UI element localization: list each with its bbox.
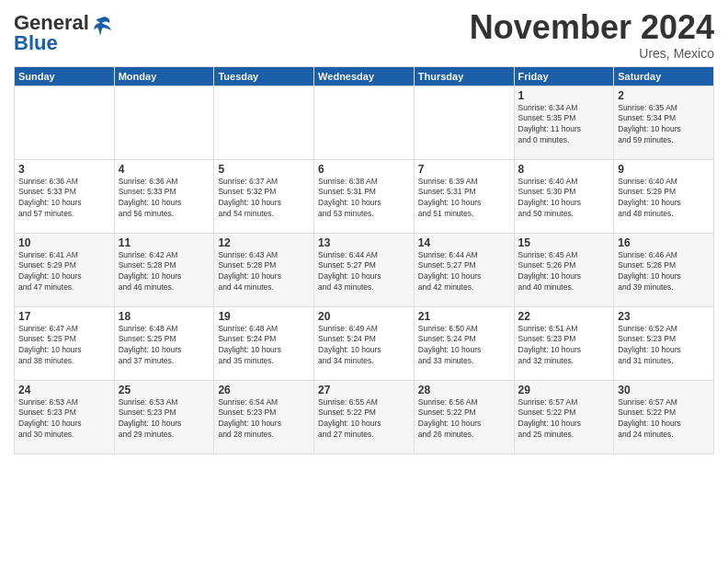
day-info: Sunrise: 6:54 AM Sunset: 5:23 PM Dayligh…: [218, 397, 310, 442]
day-number: 10: [18, 236, 110, 249]
day-info: Sunrise: 6:55 AM Sunset: 5:22 PM Dayligh…: [318, 397, 410, 442]
day-info: Sunrise: 6:34 AM Sunset: 5:35 PM Dayligh…: [518, 103, 610, 147]
day-info: Sunrise: 6:52 AM Sunset: 5:23 PM Dayligh…: [618, 324, 710, 368]
day-info: Sunrise: 6:57 AM Sunset: 5:22 PM Dayligh…: [518, 397, 610, 442]
header-row: Sunday Monday Tuesday Wednesday Thursday…: [15, 66, 714, 86]
logo-blue: Blue: [14, 31, 58, 54]
day-info: Sunrise: 6:48 AM Sunset: 5:25 PM Dayligh…: [119, 324, 210, 368]
calendar-week-4: 17Sunrise: 6:47 AM Sunset: 5:25 PM Dayli…: [15, 306, 714, 380]
calendar-cell: 24Sunrise: 6:53 AM Sunset: 5:23 PM Dayli…: [15, 380, 115, 454]
day-number: 23: [618, 310, 710, 323]
day-info: Sunrise: 6:37 AM Sunset: 5:32 PM Dayligh…: [218, 177, 310, 221]
calendar-cell: 1Sunrise: 6:34 AM Sunset: 5:35 PM Daylig…: [514, 86, 614, 159]
day-info: Sunrise: 6:56 AM Sunset: 5:22 PM Dayligh…: [418, 397, 510, 442]
logo-bird-icon: [91, 16, 113, 41]
calendar-week-5: 24Sunrise: 6:53 AM Sunset: 5:23 PM Dayli…: [15, 380, 714, 454]
day-number: 8: [518, 163, 610, 176]
calendar-cell: 6Sunrise: 6:38 AM Sunset: 5:31 PM Daylig…: [314, 159, 415, 233]
day-number: 13: [318, 236, 410, 249]
day-info: Sunrise: 6:40 AM Sunset: 5:29 PM Dayligh…: [618, 177, 710, 221]
day-info: Sunrise: 6:47 AM Sunset: 5:25 PM Dayligh…: [18, 324, 110, 368]
calendar-cell: 17Sunrise: 6:47 AM Sunset: 5:25 PM Dayli…: [15, 306, 115, 380]
day-info: Sunrise: 6:46 AM Sunset: 5:26 PM Dayligh…: [618, 250, 710, 294]
day-number: 11: [119, 236, 210, 249]
day-number: 6: [318, 163, 410, 176]
logo: General Blue: [14, 13, 113, 53]
day-info: Sunrise: 6:48 AM Sunset: 5:24 PM Dayligh…: [218, 324, 310, 368]
day-number: 14: [418, 236, 510, 249]
calendar-cell: 4Sunrise: 6:36 AM Sunset: 5:33 PM Daylig…: [114, 159, 214, 233]
calendar-cell: 29Sunrise: 6:57 AM Sunset: 5:22 PM Dayli…: [514, 380, 614, 454]
calendar-cell: 15Sunrise: 6:45 AM Sunset: 5:26 PM Dayli…: [514, 233, 614, 306]
calendar-cell: 8Sunrise: 6:40 AM Sunset: 5:30 PM Daylig…: [514, 159, 614, 233]
day-number: 27: [318, 384, 410, 396]
calendar-week-1: 1Sunrise: 6:34 AM Sunset: 5:35 PM Daylig…: [15, 86, 714, 159]
col-sunday: Sunday: [15, 66, 115, 86]
day-number: 21: [418, 310, 510, 323]
day-number: 12: [218, 236, 310, 249]
day-number: 22: [518, 310, 610, 323]
location-subtitle: Ures, Mexico: [470, 46, 714, 61]
calendar-cell: 26Sunrise: 6:54 AM Sunset: 5:23 PM Dayli…: [214, 380, 314, 454]
calendar-cell: [214, 86, 314, 159]
calendar-cell: 3Sunrise: 6:36 AM Sunset: 5:33 PM Daylig…: [15, 159, 115, 233]
day-number: 18: [119, 310, 210, 323]
calendar-cell: 22Sunrise: 6:51 AM Sunset: 5:23 PM Dayli…: [514, 306, 614, 380]
day-info: Sunrise: 6:45 AM Sunset: 5:26 PM Dayligh…: [518, 250, 610, 294]
day-number: 28: [418, 384, 510, 396]
day-number: 24: [18, 384, 110, 396]
day-info: Sunrise: 6:36 AM Sunset: 5:33 PM Dayligh…: [18, 177, 110, 221]
calendar-cell: 19Sunrise: 6:48 AM Sunset: 5:24 PM Dayli…: [214, 306, 314, 380]
day-number: 29: [518, 384, 610, 396]
calendar-cell: [414, 86, 514, 159]
calendar-cell: 9Sunrise: 6:40 AM Sunset: 5:29 PM Daylig…: [614, 159, 714, 233]
day-number: 30: [618, 384, 710, 396]
month-title: November 2024: [470, 9, 714, 46]
day-number: 20: [318, 310, 410, 323]
day-info: Sunrise: 6:44 AM Sunset: 5:27 PM Dayligh…: [418, 250, 510, 294]
calendar-cell: 14Sunrise: 6:44 AM Sunset: 5:27 PM Dayli…: [414, 233, 514, 306]
calendar-body: 1Sunrise: 6:34 AM Sunset: 5:35 PM Daylig…: [15, 86, 714, 454]
day-number: 3: [18, 163, 110, 176]
calendar-cell: 7Sunrise: 6:39 AM Sunset: 5:31 PM Daylig…: [414, 159, 514, 233]
day-info: Sunrise: 6:50 AM Sunset: 5:24 PM Dayligh…: [418, 324, 510, 368]
calendar-cell: [15, 86, 115, 159]
calendar-cell: 10Sunrise: 6:41 AM Sunset: 5:29 PM Dayli…: [15, 233, 115, 306]
calendar-cell: 16Sunrise: 6:46 AM Sunset: 5:26 PM Dayli…: [614, 233, 714, 306]
calendar-cell: 21Sunrise: 6:50 AM Sunset: 5:24 PM Dayli…: [414, 306, 514, 380]
calendar-cell: 23Sunrise: 6:52 AM Sunset: 5:23 PM Dayli…: [614, 306, 714, 380]
page-container: General Blue November 2024 Ures, Mexico …: [0, 0, 728, 459]
calendar-table: Sunday Monday Tuesday Wednesday Thursday…: [14, 66, 714, 454]
day-number: 19: [218, 310, 310, 323]
day-info: Sunrise: 6:36 AM Sunset: 5:33 PM Dayligh…: [119, 177, 210, 221]
calendar-cell: 18Sunrise: 6:48 AM Sunset: 5:25 PM Dayli…: [114, 306, 214, 380]
day-info: Sunrise: 6:44 AM Sunset: 5:27 PM Dayligh…: [318, 250, 410, 294]
day-info: Sunrise: 6:41 AM Sunset: 5:29 PM Dayligh…: [18, 250, 110, 294]
day-info: Sunrise: 6:42 AM Sunset: 5:28 PM Dayligh…: [119, 250, 210, 294]
calendar-header: Sunday Monday Tuesday Wednesday Thursday…: [15, 66, 714, 86]
calendar-week-3: 10Sunrise: 6:41 AM Sunset: 5:29 PM Dayli…: [15, 233, 714, 306]
day-info: Sunrise: 6:38 AM Sunset: 5:31 PM Dayligh…: [318, 177, 410, 221]
day-info: Sunrise: 6:40 AM Sunset: 5:30 PM Dayligh…: [518, 177, 610, 221]
title-section: November 2024 Ures, Mexico: [470, 9, 714, 61]
day-number: 25: [119, 384, 210, 396]
calendar-cell: 25Sunrise: 6:53 AM Sunset: 5:23 PM Dayli…: [114, 380, 214, 454]
calendar-cell: [114, 86, 214, 159]
calendar-cell: 2Sunrise: 6:35 AM Sunset: 5:34 PM Daylig…: [614, 86, 714, 159]
calendar-cell: 30Sunrise: 6:57 AM Sunset: 5:22 PM Dayli…: [614, 380, 714, 454]
calendar-cell: 28Sunrise: 6:56 AM Sunset: 5:22 PM Dayli…: [414, 380, 514, 454]
day-number: 17: [18, 310, 110, 323]
col-saturday: Saturday: [614, 66, 714, 86]
col-thursday: Thursday: [414, 66, 514, 86]
calendar-cell: 20Sunrise: 6:49 AM Sunset: 5:24 PM Dayli…: [314, 306, 415, 380]
calendar-cell: 13Sunrise: 6:44 AM Sunset: 5:27 PM Dayli…: [314, 233, 415, 306]
col-tuesday: Tuesday: [214, 66, 314, 86]
day-number: 16: [618, 236, 710, 249]
calendar-cell: 27Sunrise: 6:55 AM Sunset: 5:22 PM Dayli…: [314, 380, 415, 454]
calendar-cell: 5Sunrise: 6:37 AM Sunset: 5:32 PM Daylig…: [214, 159, 314, 233]
day-info: Sunrise: 6:53 AM Sunset: 5:23 PM Dayligh…: [18, 397, 110, 442]
day-info: Sunrise: 6:39 AM Sunset: 5:31 PM Dayligh…: [418, 177, 510, 221]
calendar-cell: 12Sunrise: 6:43 AM Sunset: 5:28 PM Dayli…: [214, 233, 314, 306]
day-info: Sunrise: 6:49 AM Sunset: 5:24 PM Dayligh…: [318, 324, 410, 368]
day-info: Sunrise: 6:51 AM Sunset: 5:23 PM Dayligh…: [518, 324, 610, 368]
